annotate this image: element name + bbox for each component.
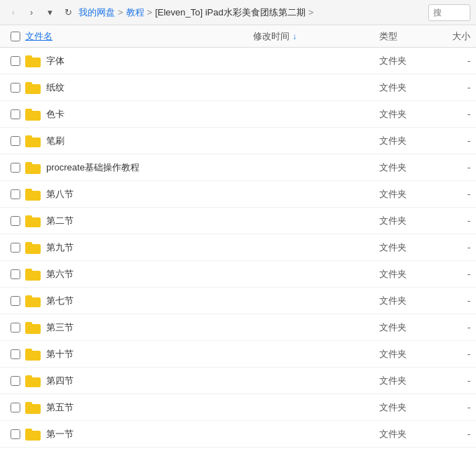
file-name-11[interactable]: 第十节 [25, 348, 253, 361]
table-row[interactable]: 第六节 文件夹 - [0, 261, 476, 288]
file-checkbox-3[interactable] [11, 136, 20, 146]
file-name-14[interactable]: 第一节 [25, 428, 253, 441]
table-row[interactable]: 第四节 文件夹 - [0, 368, 476, 394]
file-size-2: - [435, 109, 470, 119]
table-row[interactable]: 第十节 文件夹 - [0, 341, 476, 368]
header-name[interactable]: 文件名 [25, 30, 253, 43]
file-name-10[interactable]: 第三节 [25, 321, 253, 334]
table-row[interactable]: 色卡 文件夹 - [0, 101, 476, 128]
file-size-4: - [435, 162, 470, 173]
file-size-13: - [435, 402, 470, 412]
table-row[interactable]: 第七节 文件夹 - [0, 288, 476, 314]
row-checkbox-3[interactable] [6, 136, 25, 146]
file-size-3: - [435, 135, 470, 146]
breadcrumb-sep-1: > [118, 7, 123, 18]
dropdown-button[interactable]: ▾ [42, 5, 57, 20]
select-all-checkbox[interactable] [11, 32, 20, 41]
file-name-13[interactable]: 第五节 [25, 401, 253, 414]
header-type[interactable]: 类型 [379, 30, 435, 43]
sort-arrow-icon: ↓ [292, 32, 297, 41]
file-type-14: 文件夹 [379, 428, 435, 441]
header-date[interactable]: 修改时间 ↓ [253, 30, 379, 43]
file-name-12[interactable]: 第四节 [25, 375, 253, 387]
table-row[interactable]: 字体 文件夹 - [0, 48, 476, 74]
breadcrumb-mycloud[interactable]: 我的网盘 [79, 6, 115, 19]
file-checkbox-7[interactable] [11, 243, 20, 253]
folder-icon [25, 241, 41, 254]
file-checkbox-6[interactable] [11, 216, 20, 226]
file-name-8[interactable]: 第六节 [25, 268, 253, 281]
row-checkbox-2[interactable] [6, 109, 25, 119]
file-name-5[interactable]: 第八节 [25, 188, 253, 201]
row-checkbox-6[interactable] [6, 216, 25, 226]
folder-icon [25, 375, 41, 387]
header-size[interactable]: 大小 [435, 30, 470, 43]
file-checkbox-2[interactable] [11, 109, 20, 119]
file-name-0[interactable]: 字体 [25, 55, 253, 67]
breadcrumb-sep-2: > [147, 7, 153, 18]
file-size-8: - [435, 269, 470, 279]
file-name-7[interactable]: 第九节 [25, 241, 253, 254]
file-name-label: procreate基础操作教程 [46, 161, 140, 174]
row-checkbox-9[interactable] [6, 296, 25, 306]
row-checkbox-13[interactable] [6, 403, 25, 412]
file-name-label: 第四节 [46, 375, 74, 387]
table-row[interactable]: 第三节 文件夹 - [0, 314, 476, 341]
row-checkbox-12[interactable] [6, 376, 25, 386]
breadcrumb-tutorial[interactable]: 教程 [126, 6, 144, 19]
file-type-1: 文件夹 [379, 81, 435, 94]
forward-button[interactable]: › [24, 5, 39, 20]
file-size-6: - [435, 215, 470, 226]
file-list: 字体 文件夹 - 纸纹 文件夹 - 色卡 文件夹 - 笔刷 [0, 48, 476, 470]
file-size-10: - [435, 322, 470, 333]
file-name-6[interactable]: 第二节 [25, 215, 253, 227]
row-checkbox-1[interactable] [6, 83, 25, 93]
file-name-3[interactable]: 笔刷 [25, 135, 253, 147]
row-checkbox-7[interactable] [6, 243, 25, 253]
header-checkbox[interactable] [6, 32, 25, 41]
row-checkbox-0[interactable] [6, 56, 25, 66]
table-row[interactable]: 第二节 文件夹 - [0, 208, 476, 234]
folder-icon [25, 161, 41, 174]
file-checkbox-9[interactable] [11, 296, 20, 306]
table-row[interactable]: 第五节 文件夹 - [0, 394, 476, 421]
row-checkbox-14[interactable] [6, 429, 25, 439]
back-button[interactable]: ‹ [6, 5, 21, 20]
file-name-1[interactable]: 纸纹 [25, 81, 253, 94]
table-row[interactable]: 第九节 文件夹 - [0, 234, 476, 261]
file-size-0: - [435, 55, 470, 66]
table-row[interactable]: procreate基础操作教程 文件夹 - [0, 154, 476, 181]
row-checkbox-8[interactable] [6, 269, 25, 279]
file-checkbox-5[interactable] [11, 189, 20, 199]
folder-icon [25, 348, 41, 361]
file-checkbox-13[interactable] [11, 403, 20, 412]
refresh-button[interactable]: ↻ [60, 5, 76, 20]
file-name-2[interactable]: 色卡 [25, 108, 253, 121]
file-checkbox-10[interactable] [11, 323, 20, 333]
breadcrumb-sep-3: > [308, 7, 314, 18]
row-checkbox-11[interactable] [6, 349, 25, 359]
table-row[interactable]: 笔刷 文件夹 - [0, 128, 476, 154]
table-row[interactable]: 第一节 文件夹 - [0, 421, 476, 448]
file-checkbox-11[interactable] [11, 349, 20, 359]
table-row[interactable]: 纸纹 文件夹 - [0, 74, 476, 101]
search-input[interactable] [428, 4, 470, 21]
folder-icon [25, 321, 41, 334]
row-checkbox-5[interactable] [6, 189, 25, 199]
file-checkbox-12[interactable] [11, 376, 20, 386]
column-headers: 文件名 修改时间 ↓ 类型 大小 [0, 25, 476, 48]
row-checkbox-10[interactable] [6, 323, 25, 333]
file-name-4[interactable]: procreate基础操作教程 [25, 161, 253, 174]
file-checkbox-14[interactable] [11, 429, 20, 439]
file-checkbox-4[interactable] [11, 163, 20, 173]
folder-icon [25, 428, 41, 441]
file-type-8: 文件夹 [379, 268, 435, 281]
row-checkbox-4[interactable] [6, 163, 25, 173]
file-checkbox-8[interactable] [11, 269, 20, 279]
file-checkbox-0[interactable] [11, 56, 20, 66]
breadcrumb: 我的网盘 > 教程 > [Eleven_To] iPad水彩美食团练第二期 > [79, 6, 426, 19]
table-row[interactable]: 第八节 文件夹 - [0, 181, 476, 208]
folder-icon [25, 81, 41, 94]
file-name-9[interactable]: 第七节 [25, 295, 253, 307]
file-checkbox-1[interactable] [11, 83, 20, 93]
